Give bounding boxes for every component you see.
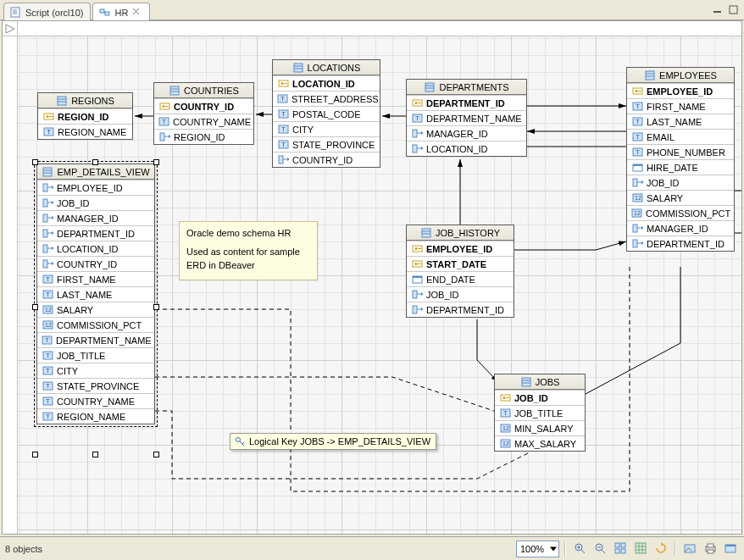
resize-handle[interactable] xyxy=(153,304,159,310)
print-button[interactable] xyxy=(702,541,719,557)
column-row[interactable]: HIRE_DATE xyxy=(627,159,734,175)
resize-handle[interactable] xyxy=(92,452,98,457)
entity-departments[interactable]: DEPARTMENTSDEPARTMENT_IDTDEPARTMENT_NAME… xyxy=(406,79,527,157)
export-image-button[interactable] xyxy=(681,541,698,557)
entity-header[interactable]: EMP_DETAILS_VIEW xyxy=(37,164,154,180)
column-row[interactable]: JOB_ID xyxy=(495,390,585,405)
column-row[interactable]: JOB_ID xyxy=(407,286,514,302)
entity-jobs[interactable]: JOBSJOB_IDTJOB_TITLE12MIN_SALARY12MAX_SA… xyxy=(494,374,586,452)
resize-handle[interactable] xyxy=(153,159,159,165)
column-row[interactable]: TDEPARTMENT_NAME xyxy=(407,110,526,125)
column-row[interactable]: TFIRST_NAME xyxy=(627,98,734,114)
column-row[interactable]: 12MIN_SALARY xyxy=(495,420,585,435)
column-row[interactable]: TJOB_TITLE xyxy=(495,405,585,420)
column-row[interactable]: REGION_ID xyxy=(38,108,132,124)
entity-header[interactable]: DEPARTMENTS xyxy=(407,80,526,95)
tab-script[interactable]: Script (orcl10) xyxy=(3,3,91,20)
column-row[interactable]: TLAST_NAME xyxy=(627,114,734,129)
column-row[interactable]: MANAGER_ID xyxy=(407,125,526,141)
minimize-view-button[interactable] xyxy=(710,3,725,17)
column-row[interactable]: JOB_ID xyxy=(627,175,734,190)
entity-emp-details-view[interactable]: EMP_DETAILS_VIEWEMPLOYEE_IDJOB_IDMANAGER… xyxy=(36,164,155,424)
diagram-canvas[interactable]: Oracle demo schema HR Used as content fo… xyxy=(2,20,742,535)
column-row[interactable]: TEMAIL xyxy=(627,129,734,144)
column-row[interactable]: EMPLOYEE_ID xyxy=(627,83,734,98)
zoom-select[interactable]: 100% xyxy=(516,541,559,557)
column-row[interactable]: 12SALARY xyxy=(37,302,154,317)
column-row[interactable]: TSTATE_PROVINCE xyxy=(37,378,154,393)
zoom-out-button[interactable] xyxy=(591,541,608,557)
entity-header[interactable]: EMPLOYEES xyxy=(627,68,734,83)
column-row[interactable]: TFIRST_NAME xyxy=(37,271,154,286)
column-row[interactable]: TREGION_NAME xyxy=(38,124,132,139)
column-row[interactable]: EMPLOYEE_ID xyxy=(407,241,514,256)
column-name: LOCATION_ID xyxy=(292,79,355,89)
entity-header[interactable]: COUNTRIES xyxy=(154,83,253,98)
column-row[interactable]: TPOSTAL_CODE xyxy=(273,106,380,121)
svg-text:T: T xyxy=(636,118,640,125)
column-row[interactable]: TCITY xyxy=(273,121,380,136)
zoom-in-button[interactable] xyxy=(571,541,588,557)
entity-header[interactable]: JOB_HISTORY xyxy=(407,225,514,241)
entity-countries[interactable]: COUNTRIESCOUNTRY_IDTCOUNTRY_NAMEREGION_I… xyxy=(153,82,254,145)
column-row[interactable]: REGION_ID xyxy=(154,129,253,144)
entity-employees[interactable]: EMPLOYEESEMPLOYEE_IDTFIRST_NAMETLAST_NAM… xyxy=(626,67,735,252)
column-row[interactable]: COUNTRY_ID xyxy=(37,256,154,271)
column-row[interactable]: MANAGER_ID xyxy=(37,210,154,225)
column-row[interactable]: 12SALARY xyxy=(627,190,734,205)
column-row[interactable]: JOB_ID xyxy=(37,195,154,210)
svg-rect-131 xyxy=(43,260,47,268)
column-row[interactable]: TPHONE_NUMBER xyxy=(627,144,734,159)
column-name: REGION_ID xyxy=(174,132,225,142)
column-row[interactable]: TSTREET_ADDRESS xyxy=(273,91,380,106)
resize-handle[interactable] xyxy=(32,452,38,457)
column-row[interactable]: 12COMMISSION_PCT xyxy=(37,317,154,332)
column-row[interactable]: START_DATE xyxy=(407,256,514,271)
settings-button[interactable] xyxy=(722,541,739,557)
entity-locations[interactable]: LOCATIONSLOCATION_IDTSTREET_ADDRESSTPOST… xyxy=(272,59,380,168)
svg-rect-63 xyxy=(413,145,417,152)
tab-close-button[interactable] xyxy=(132,8,142,18)
resize-handle[interactable] xyxy=(153,452,159,457)
column-row[interactable]: DEPARTMENT_ID xyxy=(627,236,734,251)
auto-layout-button[interactable] xyxy=(612,541,629,557)
entity-header[interactable]: LOCATIONS xyxy=(273,60,380,75)
entity-job-history[interactable]: JOB_HISTORYEMPLOYEE_IDSTART_DATEEND_DATE… xyxy=(406,225,514,318)
resize-handle[interactable] xyxy=(32,159,38,165)
resize-handle[interactable] xyxy=(32,304,38,310)
column-row[interactable]: TCITY xyxy=(37,363,154,378)
svg-text:T: T xyxy=(415,114,419,122)
svg-text:T: T xyxy=(46,382,50,390)
column-row[interactable]: LOCATION_ID xyxy=(407,141,526,156)
maximize-view-button[interactable] xyxy=(726,3,741,17)
column-row[interactable]: COUNTRY_ID xyxy=(154,98,253,114)
column-row[interactable]: DEPARTMENT_ID xyxy=(407,95,526,110)
column-row[interactable]: 12COMMISSION_PCT xyxy=(627,205,734,220)
tab-hr[interactable]: HR xyxy=(92,3,150,20)
column-row[interactable]: TDEPARTMENT_NAME xyxy=(37,332,154,347)
svg-text:T: T xyxy=(636,133,640,141)
column-row[interactable]: LOCATION_ID xyxy=(273,75,380,91)
column-row[interactable]: DEPARTMENT_ID xyxy=(37,225,154,241)
column-row[interactable]: TSTATE_PROVINCE xyxy=(273,136,380,152)
column-row[interactable]: TCOUNTRY_NAME xyxy=(37,393,154,408)
column-row[interactable]: TCOUNTRY_NAME xyxy=(154,114,253,129)
svg-marker-105 xyxy=(421,308,423,311)
entity-header[interactable]: REGIONS xyxy=(38,93,132,108)
column-row[interactable]: TJOB_TITLE xyxy=(37,347,154,363)
entity-regions[interactable]: REGIONSREGION_IDTREGION_NAME xyxy=(37,92,133,140)
column-row[interactable]: DEPARTMENT_ID xyxy=(407,302,514,317)
column-row[interactable]: END_DATE xyxy=(407,271,514,286)
column-row[interactable]: TREGION_NAME xyxy=(37,408,154,424)
column-row[interactable]: EMPLOYEE_ID xyxy=(37,180,154,195)
column-row[interactable]: COUNTRY_ID xyxy=(273,152,380,167)
column-row[interactable]: LOCATION_ID xyxy=(37,241,154,256)
resize-handle[interactable] xyxy=(92,159,98,165)
column-row[interactable]: MANAGER_ID xyxy=(627,220,734,236)
toggle-grid-button[interactable] xyxy=(632,541,649,557)
column-row[interactable]: 12MAX_SALARY xyxy=(495,435,585,451)
refresh-button[interactable] xyxy=(652,541,669,557)
entity-header[interactable]: JOBS xyxy=(495,374,585,390)
svg-marker-122 xyxy=(52,186,53,189)
column-row[interactable]: TLAST_NAME xyxy=(37,286,154,302)
